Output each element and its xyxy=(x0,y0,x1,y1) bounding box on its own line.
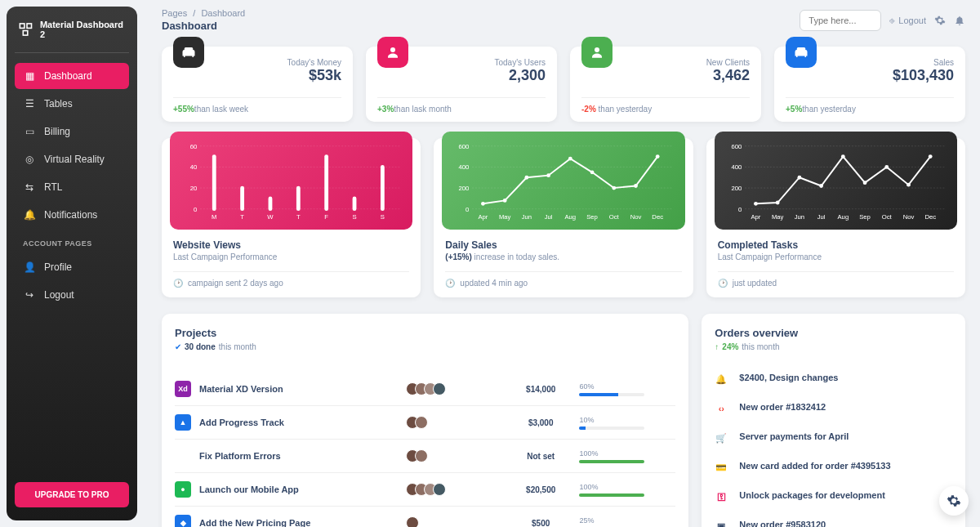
search-input[interactable] xyxy=(800,10,881,31)
bell-icon: 🔔 xyxy=(23,208,36,221)
logout-link[interactable]: ⎆Logout xyxy=(889,16,926,25)
stat-pct: +5% xyxy=(786,105,802,114)
chart-foot-text: updated 4 min ago xyxy=(460,279,528,288)
chart-sub-highlight: (+15%) xyxy=(445,252,472,261)
orders-suffix: this month xyxy=(742,342,779,351)
svg-text:Apr: Apr xyxy=(479,213,488,221)
svg-point-75 xyxy=(862,181,866,185)
svg-point-71 xyxy=(775,201,779,205)
svg-text:Oct: Oct xyxy=(881,213,892,221)
gear-icon[interactable] xyxy=(934,15,946,26)
svg-text:Apr: Apr xyxy=(751,213,760,221)
clock-icon: 🕑 xyxy=(718,279,728,288)
chart-card-sales: 0200400600AprMayJunJulAugSepOctNovDec Da… xyxy=(434,138,693,297)
avatar xyxy=(433,483,446,496)
svg-rect-0 xyxy=(20,24,24,29)
main-nav: ▦Dashboard ☰Tables ▭Billing ◎Virtual Rea… xyxy=(15,63,129,308)
panel-sub: ↑24% this month xyxy=(715,342,952,351)
members xyxy=(406,416,502,429)
order-icon: 💳 xyxy=(715,461,728,474)
bell-icon[interactable] xyxy=(954,15,965,26)
project-name: ●Launch our Mobile App xyxy=(175,481,406,498)
chart-row: 0204060MTWTFSS Website Views Last Campai… xyxy=(162,138,965,297)
line-chart: 0200400600AprMayJunJulAugSepOctNovDec xyxy=(726,140,946,225)
chart-sub: Last Campaign Performance xyxy=(173,252,409,261)
table-row[interactable]: ◆Add the New Pricing Page$50025% xyxy=(175,506,675,527)
gear-icon xyxy=(947,494,961,508)
sidebar-item-tables[interactable]: ☰Tables xyxy=(15,91,129,117)
svg-text:Nov: Nov xyxy=(630,213,642,221)
page-title: Dashboard xyxy=(162,20,245,32)
order-item: ▣New order #9583120 xyxy=(715,511,952,527)
svg-point-48 xyxy=(568,157,572,161)
svg-text:20: 20 xyxy=(190,185,198,192)
sidebar-item-logout[interactable]: ↪Logout xyxy=(15,282,129,308)
svg-text:Dec: Dec xyxy=(924,213,936,221)
svg-text:200: 200 xyxy=(731,185,742,192)
svg-point-52 xyxy=(656,154,660,159)
budget: $3,000 xyxy=(502,418,579,427)
topbar-right: ⎆Logout xyxy=(800,10,965,31)
project-icon: ◆ xyxy=(175,515,191,527)
svg-point-70 xyxy=(754,202,758,206)
vr-icon: ◎ xyxy=(23,153,36,166)
sidebar-item-profile[interactable]: 👤Profile xyxy=(15,254,129,280)
svg-text:60: 60 xyxy=(190,143,198,150)
progress: 10% xyxy=(579,416,675,430)
sidebar-item-notifications[interactable]: 🔔Notifications xyxy=(15,202,129,228)
order-label: Server payments for April xyxy=(739,431,849,444)
svg-point-50 xyxy=(612,186,617,190)
svg-point-49 xyxy=(590,170,595,174)
project-name: ▲Add Progress Track xyxy=(175,414,406,431)
svg-text:Jul: Jul xyxy=(817,213,825,221)
project-name: ◆Add the New Pricing Page xyxy=(175,515,406,527)
table-row[interactable]: XdMaterial XD Version$14,00060% xyxy=(175,373,675,405)
svg-text:Sep: Sep xyxy=(587,213,599,221)
stat-pct: +3% xyxy=(377,105,394,114)
sidebar-item-vr[interactable]: ◎Virtual Reality xyxy=(15,146,129,172)
svg-text:S: S xyxy=(381,213,385,221)
budget: $500 xyxy=(502,519,579,528)
svg-point-47 xyxy=(547,173,551,177)
sidebar-item-billing[interactable]: ▭Billing xyxy=(15,118,129,145)
table-row[interactable]: ▲Add Progress Track$3,00010% xyxy=(175,405,675,439)
sidebar-item-dashboard[interactable]: ▦Dashboard xyxy=(15,63,129,89)
stat-value: $53k xyxy=(309,67,341,83)
project-icon: ✱ xyxy=(175,448,191,464)
dashboard-icon: ▦ xyxy=(23,69,36,83)
order-label: New card added for order #4395133 xyxy=(739,461,890,474)
nav-heading: ACCOUNT PAGES xyxy=(15,230,129,252)
upgrade-button[interactable]: UPGRADE TO PRO xyxy=(15,482,129,507)
sidebar-item-rtl[interactable]: ⇆RTL xyxy=(15,174,129,200)
project-icon: ● xyxy=(175,481,191,498)
order-item: ‹›New order #1832412 xyxy=(715,394,952,423)
stat-pct: +55% xyxy=(173,105,194,114)
settings-fab[interactable] xyxy=(939,486,969,516)
svg-point-46 xyxy=(525,176,529,180)
svg-text:T: T xyxy=(240,213,244,221)
table-row[interactable]: ✱Fix Platform ErrorsNot set100% xyxy=(175,439,675,472)
chart-sub: Last Campaign Performance xyxy=(718,252,954,261)
svg-text:F: F xyxy=(324,213,328,221)
order-label: Unlock packages for development xyxy=(739,490,885,503)
logout-label: Logout xyxy=(898,16,926,25)
tables-icon: ☰ xyxy=(23,97,36,110)
stat-card-sales: Sales$103,430 +5%than yesterday xyxy=(774,47,965,122)
members xyxy=(406,449,502,462)
chart-title: Daily Sales xyxy=(445,239,681,251)
svg-text:Aug: Aug xyxy=(837,213,849,221)
table-row[interactable]: ●Launch our Mobile App$20,500100% xyxy=(175,472,675,506)
svg-point-77 xyxy=(906,183,911,187)
svg-text:Oct: Oct xyxy=(609,213,620,221)
breadcrumb-root[interactable]: Pages xyxy=(162,8,187,18)
svg-text:Sep: Sep xyxy=(859,213,871,221)
chart-foot-text: campaign sent 2 days ago xyxy=(188,279,283,288)
svg-point-73 xyxy=(819,184,823,188)
budget: $14,000 xyxy=(502,385,579,394)
chart-sales: 0200400600AprMayJunJulAugSepOctNovDec xyxy=(442,132,684,230)
svg-text:600: 600 xyxy=(731,143,742,150)
stat-card-users: Today's Users2,300 +3%than lask month xyxy=(366,47,557,122)
chart-views: 0204060MTWTFSS xyxy=(170,132,412,230)
svg-text:0: 0 xyxy=(194,206,197,213)
rtl-icon: ⇆ xyxy=(23,181,36,194)
